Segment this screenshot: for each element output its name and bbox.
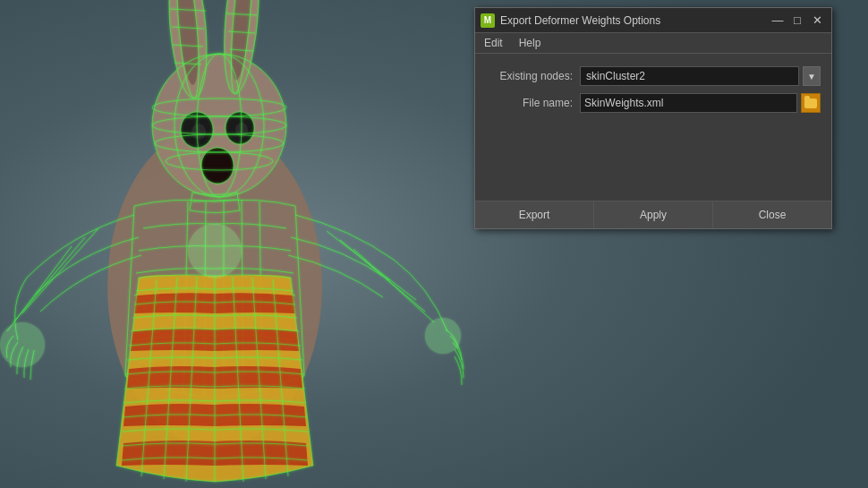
browse-folder-button[interactable]: [801, 93, 821, 113]
file-name-input-wrapper: [580, 93, 821, 113]
menu-item-edit[interactable]: Edit: [481, 35, 506, 51]
dialog-titlebar: M Export Deformer Weights Options — □ ✕: [475, 8, 831, 33]
existing-nodes-dropdown-arrow[interactable]: ▼: [803, 66, 821, 86]
dialog-window-controls: — □ ✕: [769, 13, 826, 29]
dialog-menubar: Edit Help: [475, 33, 831, 54]
svg-point-57: [188, 224, 242, 278]
maximize-button[interactable]: □: [788, 13, 806, 29]
dialog-footer: Export Apply Close: [475, 201, 831, 228]
svg-point-9: [191, 124, 206, 140]
export-deformer-weights-dialog: M Export Deformer Weights Options — □ ✕ …: [474, 7, 832, 229]
existing-nodes-input-wrapper: skinCluster2 ▼: [580, 66, 821, 86]
apply-button[interactable]: Apply: [594, 201, 713, 228]
dialog-form-content: Existing nodes: skinCluster2 ▼ File name…: [475, 54, 831, 201]
file-name-label: File name:: [486, 97, 580, 109]
export-button[interactable]: Export: [475, 201, 594, 228]
dialog-app-icon: M: [481, 13, 495, 28]
svg-point-58: [0, 322, 45, 367]
dialog-empty-area: [486, 120, 821, 192]
file-name-input[interactable]: [580, 93, 797, 113]
menu-item-help[interactable]: Help: [515, 35, 545, 51]
folder-icon: [804, 98, 817, 108]
existing-nodes-label: Existing nodes:: [486, 70, 580, 82]
dialog-close-x-button[interactable]: ✕: [808, 13, 826, 29]
file-name-row: File name:: [486, 93, 821, 113]
close-button[interactable]: Close: [713, 201, 831, 228]
existing-nodes-select[interactable]: skinCluster2: [584, 67, 795, 85]
dialog-title: Export Deformer Weights Options: [500, 14, 769, 27]
existing-nodes-row: Existing nodes: skinCluster2 ▼: [486, 66, 821, 86]
minimize-button[interactable]: —: [769, 13, 787, 29]
svg-point-59: [425, 318, 461, 354]
existing-nodes-dropdown[interactable]: skinCluster2: [580, 66, 799, 86]
